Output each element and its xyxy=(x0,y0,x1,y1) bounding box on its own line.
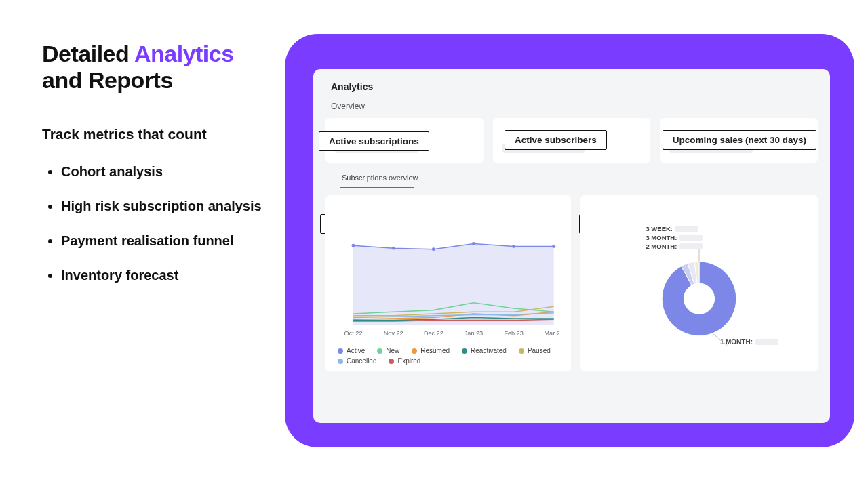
trend-legend: ActiveNewResumedReactivatedPausedCancell… xyxy=(338,347,559,365)
subscriptions-trend-chart: Oct 22Nov 22Dec 22Jan 23Feb 23Mar 23 xyxy=(338,226,559,340)
svg-text:Nov 22: Nov 22 xyxy=(384,330,403,337)
donut-labels: 3 WEEK: 3 MONTH: 2 MONTH: xyxy=(646,225,703,251)
bullet-item: Inventory forecast xyxy=(61,266,266,285)
svg-point-4 xyxy=(512,245,515,248)
page-title: Detailed Analytics and Reports xyxy=(42,41,266,94)
breadcrumb: Overview xyxy=(331,102,818,111)
delivery-interval-donut xyxy=(642,238,757,353)
svg-text:Feb 23: Feb 23 xyxy=(504,330,523,337)
screenshot-frame: Analytics Overview Active subscriptions xyxy=(285,34,854,447)
callout-active-subscribers: Active subscribers xyxy=(505,130,607,150)
donut-label-1month: 1 MONTH: xyxy=(720,338,778,346)
callout-upcoming-sales: Upcoming sales (next 30 days) xyxy=(663,130,816,150)
legend-item: Cancelled xyxy=(338,357,376,365)
title-pre: Detailed xyxy=(42,41,134,66)
subtitle: Track metrics that count xyxy=(42,126,266,142)
svg-point-0 xyxy=(352,244,355,247)
bullet-list: Cohort analysis High risk subscription a… xyxy=(42,163,266,285)
title-post: and Reports xyxy=(42,67,173,93)
bullet-item: Cohort analysis xyxy=(61,163,266,181)
tabs-row: Subscriptions overview xyxy=(340,169,818,186)
svg-text:Jan 23: Jan 23 xyxy=(465,330,483,337)
interval-chart-card: 3 WEEK: 3 MONTH: 2 MONTH: 1 MONTH: xyxy=(580,195,818,371)
legend-item: Resumed xyxy=(412,347,450,354)
bullet-item: High risk subscription analysis xyxy=(61,197,266,216)
trend-chart-card: Oct 22Nov 22Dec 22Jan 23Feb 23Mar 23 Act… xyxy=(326,195,571,371)
legend-item: Active xyxy=(338,347,365,354)
app-title: Analytics xyxy=(331,81,818,92)
callout-active-subscriptions: Active subscriptions xyxy=(319,131,429,151)
title-accent: Analytics xyxy=(134,41,234,66)
donut-label-3week: 3 WEEK: xyxy=(646,225,703,232)
svg-point-3 xyxy=(472,242,475,245)
svg-text:Mar 23: Mar 23 xyxy=(545,330,559,337)
svg-text:Oct 22: Oct 22 xyxy=(344,330,363,337)
bullet-item: Payment realisation funnel xyxy=(61,232,266,250)
svg-point-2 xyxy=(432,247,435,251)
legend-item: New xyxy=(377,347,399,354)
marketing-copy: Detailed Analytics and Reports Track met… xyxy=(0,0,285,488)
tab-underline xyxy=(340,187,414,188)
tab-subscriptions-overview[interactable]: Subscriptions overview xyxy=(340,169,420,186)
legend-item: Paused xyxy=(519,347,551,354)
svg-point-1 xyxy=(392,247,395,250)
svg-text:Dec 22: Dec 22 xyxy=(424,330,443,337)
donut-label-2month: 2 MONTH: xyxy=(646,243,703,250)
donut-label-3month: 3 MONTH: xyxy=(646,234,703,241)
analytics-app: Analytics Overview Active subscriptions xyxy=(313,69,830,423)
legend-item: Reactivated xyxy=(462,347,507,354)
svg-point-5 xyxy=(552,245,555,248)
legend-item: Expired xyxy=(389,357,420,365)
